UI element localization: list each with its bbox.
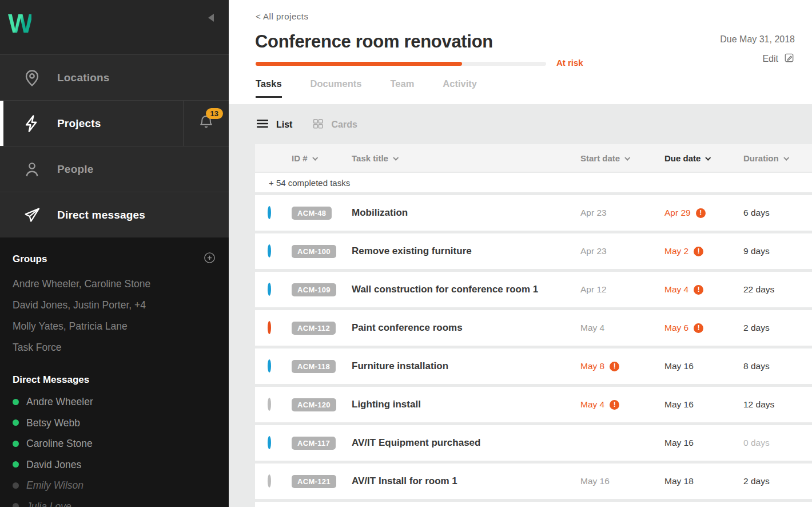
sidebar-item-locations[interactable]: Locations <box>0 54 229 100</box>
task-due-date: Apr 29 ! <box>664 208 743 218</box>
project-progress-bar <box>256 62 546 66</box>
start-date-text: Apr 23 <box>580 208 607 218</box>
task-status-circle[interactable] <box>268 359 271 373</box>
dm-item[interactable]: Betsy Webb <box>13 413 216 434</box>
task-id-badge: ACM-120 <box>292 398 336 411</box>
dm-section-header: Direct Messages <box>13 374 216 386</box>
column-label: Duration <box>743 153 779 163</box>
notifications-button[interactable]: 13 <box>183 101 229 146</box>
table-row[interactable]: ACM-112 Paint conference rooms May 4 ! M… <box>255 310 812 346</box>
task-id-badge: ACM-112 <box>292 322 336 335</box>
sort-caret-icon <box>312 155 318 160</box>
task-duration: 9 days <box>743 246 812 256</box>
edit-label: Edit <box>762 54 778 64</box>
add-group-icon[interactable] <box>203 251 216 267</box>
task-duration: 8 days <box>743 361 812 371</box>
due-date-text: May 16 <box>664 438 694 448</box>
tab[interactable]: Activity <box>443 78 477 98</box>
edit-button[interactable]: Edit <box>762 52 795 66</box>
task-id-badge: ACM-121 <box>292 475 336 488</box>
person-icon <box>21 160 43 179</box>
task-due-date: May 16 ! <box>664 361 743 371</box>
presence-dot <box>13 399 19 405</box>
list-view-button[interactable]: List <box>256 117 292 133</box>
tasks-panel: List Cards ID # Ta <box>229 104 812 507</box>
table-header-row: ID # Task title Start date Due date Dura… <box>255 144 812 172</box>
task-status-circle[interactable] <box>268 283 271 296</box>
sidebar-item-people[interactable]: People <box>0 146 229 192</box>
lightning-bolt-icon <box>21 114 43 133</box>
task-title[interactable]: Furniture installation <box>352 361 580 372</box>
group-item[interactable]: Task Force <box>13 337 216 358</box>
table-row[interactable]: ACM-118 Furniture installation May 8 ! M… <box>255 348 812 384</box>
sidebar-header: W <box>0 0 229 54</box>
task-duration: 0 days <box>743 438 812 448</box>
start-date-text: May 4 <box>580 399 604 410</box>
sidebar-item-direct-messages[interactable]: Direct messages <box>0 192 229 237</box>
app-logo[interactable]: W <box>8 8 31 39</box>
task-title[interactable]: Lighting install <box>352 399 580 410</box>
sidebar-item-label: Projects <box>57 117 101 130</box>
column-header[interactable]: Task title <box>352 153 580 163</box>
dm-member-name: Emily Wilson <box>26 475 83 496</box>
start-date-text: May 4 <box>580 323 604 333</box>
task-title[interactable]: AV/IT Install for room 1 <box>352 476 580 487</box>
main-content: < All projects Conference room renovatio… <box>229 0 812 507</box>
table-row[interactable]: ACM-121 AV/IT Install for room 1 May 16 … <box>255 464 812 499</box>
task-status-circle[interactable] <box>268 474 271 488</box>
task-title[interactable]: Remove existing furniture <box>352 245 580 257</box>
task-start-date: May 16 ! <box>580 476 664 486</box>
collapse-sidebar-icon[interactable] <box>208 14 214 22</box>
table-row[interactable]: ACM-100 Remove existing furniture Apr 23… <box>255 233 812 269</box>
warning-icon: ! <box>610 400 619 410</box>
warning-icon: ! <box>610 362 619 371</box>
breadcrumb[interactable]: < All projects <box>256 11 308 21</box>
task-start-date: May 4 ! <box>580 399 664 410</box>
column-header[interactable]: Due date <box>664 153 743 163</box>
dm-item[interactable]: Caroline Stone <box>13 433 216 454</box>
column-header[interactable]: ID # <box>292 153 352 163</box>
task-title[interactable]: AV/IT Equipment purchased <box>352 437 580 449</box>
warning-icon: ! <box>694 323 703 333</box>
task-due-date: May 16 ! <box>664 438 743 448</box>
tab-bar: Tasks Documents Team Activity <box>256 78 477 98</box>
task-status-circle[interactable] <box>268 206 271 219</box>
group-item[interactable]: David Jones, Justin Porter, +4 <box>13 295 216 316</box>
sidebar-item-projects[interactable]: Projects 13 <box>0 100 229 146</box>
table-row[interactable]: ACM-120 Lighting install May 4 ! May 16 … <box>255 387 812 422</box>
progress-fill <box>256 62 462 66</box>
cards-view-button[interactable]: Cards <box>312 117 357 132</box>
table-row[interactable]: ACM-117 AV/IT Equipment purchased ! May … <box>255 425 812 461</box>
project-due-date: Due May 31, 2018 <box>720 34 795 45</box>
task-id-badge: ACM-118 <box>292 360 336 373</box>
task-title[interactable]: Mobilization <box>352 207 580 219</box>
tab[interactable]: Documents <box>311 78 362 98</box>
column-header[interactable]: Start date <box>580 153 664 163</box>
list-icon <box>256 117 269 133</box>
table-row[interactable]: ACM-48 Mobilization Apr 23 ! Apr 29 ! 6 … <box>255 195 812 231</box>
task-title[interactable]: Paint conference rooms <box>352 322 580 334</box>
task-due-date: May 16 ! <box>664 399 743 410</box>
task-title[interactable]: Wall construction for conference room 1 <box>352 284 580 295</box>
group-item[interactable]: Molly Yates, Patricia Lane <box>13 316 216 337</box>
dm-item[interactable]: David Jones <box>13 454 216 476</box>
task-status-circle[interactable] <box>268 321 271 334</box>
task-status-circle[interactable] <box>268 244 271 258</box>
column-label: ID # <box>292 153 308 163</box>
tab[interactable]: Team <box>390 78 414 98</box>
tab[interactable]: Tasks <box>256 78 282 98</box>
column-header[interactable]: Duration <box>743 153 812 163</box>
task-start-date: Apr 23 ! <box>580 246 664 256</box>
task-status-circle[interactable] <box>268 436 271 449</box>
table-row[interactable]: ACM-109 Wall construction for conference… <box>255 272 812 307</box>
completed-tasks-row[interactable]: + 54 completed tasks <box>255 173 812 192</box>
task-status-circle[interactable] <box>268 398 271 411</box>
dm-member-name: Betsy Webb <box>26 413 80 434</box>
dm-item[interactable]: Emily Wilson <box>13 475 216 496</box>
sidebar-item-label: Direct messages <box>57 209 145 221</box>
dm-member-name: David Jones <box>26 454 81 476</box>
group-item[interactable]: Andre Wheeler, Caroline Stone <box>13 274 216 295</box>
dm-item[interactable]: Andre Wheeler <box>13 391 216 413</box>
dm-item[interactable]: Julia Love <box>13 496 216 507</box>
presence-dot <box>13 419 19 426</box>
